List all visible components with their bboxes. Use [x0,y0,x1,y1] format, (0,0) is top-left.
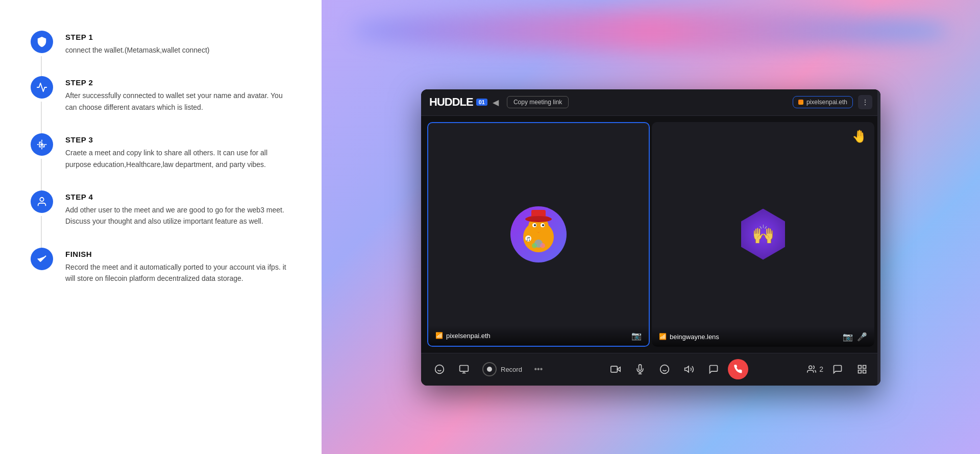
wallet-badge: pixelsenpai.eth [793,96,853,108]
messages-button[interactable] [827,359,848,379]
step-1: STEP 1 connect the wallet.(Metamask,wall… [31,31,291,56]
emoji-react-button[interactable] [654,359,675,379]
mic-off-icon-2: 🎤 [857,332,867,342]
video-tile-2: 🤚 🙌 📶 beingwayne.lens 📷 🎤 [652,122,874,347]
audio-button[interactable] [679,359,699,379]
video-tile-1: 🎵 📶 pixelsenpai.eth 📷 [427,122,650,347]
record-dot-inner [487,367,492,372]
chat-button[interactable] [703,359,724,379]
wifi-icon-1: 📶 [435,332,443,339]
step-finish-title: FINISH [65,250,291,258]
svg-marker-33 [685,366,689,372]
meeting-header: HUDDLE 01 ◀ Copy meeting link pixelsenpa… [421,89,880,116]
logo-text: HUDDLE [429,95,473,109]
step-1-desc: connect the wallet.(Metamask,wallet conn… [65,44,209,56]
right-panel: HUDDLE 01 ◀ Copy meeting link pixelsenpa… [322,0,980,454]
video-grid: 🎵 📶 pixelsenpai.eth 📷 [421,116,880,353]
hand-raise-icon: 🤚 [852,129,867,144]
wallet-address: pixelsenpai.eth [806,99,847,106]
svg-rect-37 [863,370,866,373]
step-2: STEP 2 After successfully connected to w… [31,76,291,113]
step-2-title: STEP 2 [65,78,291,87]
step-finish-desc: Record the meet and it automatically por… [65,261,291,284]
step-4: STEP 4 Add other user to the meet and we… [31,190,291,227]
screenshare-button[interactable] [454,359,474,379]
avatar-duck: 🎵 [510,206,567,262]
svg-rect-27 [611,366,618,372]
step-3: STEP 3 Craete a meet and copy link to sh… [31,133,291,170]
emoji-button[interactable] [429,359,450,379]
wallet-dot [798,100,803,105]
end-call-button[interactable] [728,359,748,379]
svg-marker-26 [617,367,620,371]
huddle-logo: HUDDLE 01 ◀ [429,95,499,109]
step-finish-icon [31,248,53,270]
record-button[interactable]: Record [478,359,526,379]
svg-point-20 [435,365,444,374]
wifi-icon-2: 📶 [659,333,667,340]
svg-point-5 [40,198,43,201]
left-panel: STEP 1 connect the wallet.(Metamask,wall… [0,0,322,454]
participants-number: 2 [819,365,823,373]
tile-1-name: 📶 pixelsenpai.eth [435,332,491,340]
video-button[interactable] [605,359,626,379]
step-4-title: STEP 4 [65,193,291,201]
background-glow-inner [352,10,949,51]
step-3-title: STEP 3 [65,135,291,144]
toolbar-more-button[interactable]: ••• [530,361,547,377]
step-1-title: STEP 1 [65,33,209,41]
logo-badge: 01 [476,99,487,106]
svg-point-12 [534,224,536,226]
meeting-window: HUDDLE 01 ◀ Copy meeting link pixelsenpa… [421,89,880,386]
record-label: Record [501,366,522,373]
more-options-button[interactable]: ⋮ [858,95,872,109]
svg-rect-35 [859,366,862,369]
record-dot [482,362,497,376]
svg-point-19 [540,243,545,248]
svg-point-14 [542,224,544,226]
step-3-icon [31,133,53,156]
step-finish: FINISH Record the meet and it automatica… [31,248,291,284]
copy-meeting-link-button[interactable]: Copy meeting link [507,96,569,108]
step-3-desc: Craete a meet and copy link to share all… [65,147,291,170]
svg-point-0 [40,143,43,146]
tile-2-name: 📶 beingwayne.lens [659,333,719,341]
step-2-icon [31,76,53,99]
participants-count: 2 [807,365,823,374]
svg-rect-36 [863,366,866,369]
tile-2-controls: 📷 🎤 [843,332,867,342]
svg-point-18 [532,243,537,248]
cam-off-icon-2: 📷 [843,332,853,342]
scrollbar[interactable] [877,89,880,386]
step-4-desc: Add other user to the meet and we are go… [65,204,291,227]
step-2-desc: After successfully connected to wallet s… [65,90,291,113]
toolbar: Record ••• [421,353,880,386]
step-1-icon [31,31,53,53]
svg-rect-23 [460,366,469,372]
tile-2-footer: 📶 beingwayne.lens 📷 🎤 [652,327,874,347]
svg-rect-38 [859,370,862,373]
mic-button[interactable] [630,359,650,379]
step-4-icon [31,190,53,213]
svg-point-30 [660,365,669,374]
mic-icon: ◀ [493,98,499,107]
tile-1-footer: 📶 pixelsenpai.eth 📷 [428,326,649,346]
cam-off-icon-1: 📷 [631,331,642,341]
tile-1-controls: 📷 [631,331,642,341]
layout-button[interactable] [852,359,872,379]
avatar-hands: 🙌 [738,209,789,260]
svg-point-10 [525,216,552,222]
svg-point-34 [809,366,812,369]
svg-text:🎵: 🎵 [526,236,531,242]
